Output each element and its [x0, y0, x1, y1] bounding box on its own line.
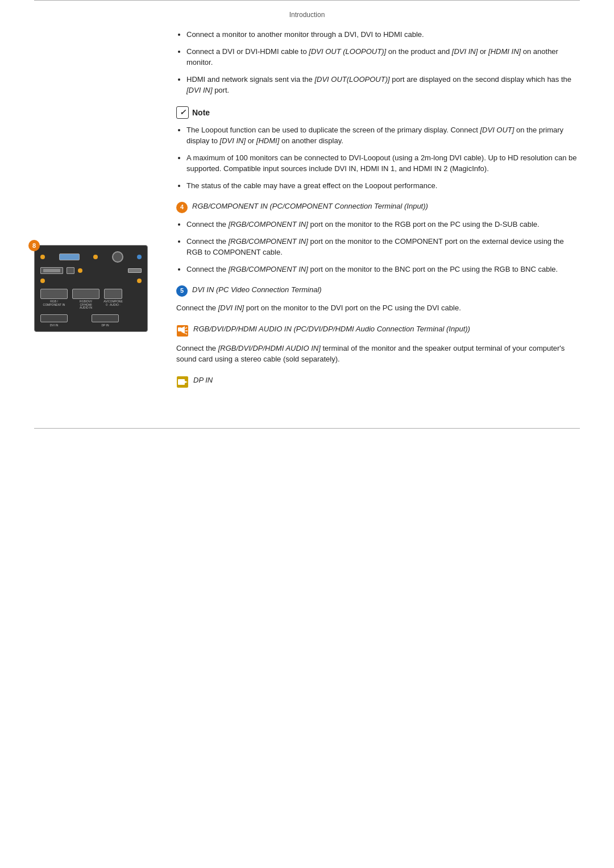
section4-heading-text: RGB/COMPONENT IN (PC/COMPONENT Connectio…	[192, 201, 428, 212]
audio-icon	[176, 325, 189, 337]
dvi-in-ref: [DVI IN]	[452, 47, 478, 56]
section-dp-heading-text: DP IN	[193, 375, 213, 386]
port-small-1	[40, 267, 63, 274]
hdmi-in-ref: [HDMI IN]	[488, 47, 521, 56]
list-item-2: Connect a DVI or DVI-HDMI cable to [DVI …	[186, 46, 580, 68]
section-dp-heading: DP IN	[176, 375, 580, 388]
dot-6	[137, 279, 142, 283]
rgb-dvi-audio-ref: [RGB/DVI/DP/HDMI AUDIO IN]	[218, 344, 321, 352]
badge-4: 4	[176, 202, 188, 213]
dot-4	[78, 268, 82, 273]
dot-1	[40, 255, 45, 259]
dvi-out-ref: [DVI OUT]	[480, 126, 514, 134]
list-item-3: HDMI and network signals sent via the [D…	[186, 74, 580, 96]
section5-heading: 5 DVI IN (PC Video Connection Terminal)	[176, 285, 580, 297]
section-audio-body: Connect the [RGB/DVI/DP/HDMI AUDIO IN] t…	[176, 343, 580, 365]
note-item-1: The Loopout function can be used to dupl…	[186, 124, 580, 147]
rgb-ref3: [RGB/COMPONENT IN]	[229, 265, 308, 273]
right-column: Connect a monitor to another monitor thr…	[165, 29, 580, 394]
dot-3	[137, 255, 142, 259]
svg-rect-1	[178, 327, 181, 331]
page: Introduction 8	[0, 0, 614, 868]
note-icon: ✓	[176, 106, 189, 119]
note-title: ✓ Note	[176, 106, 580, 119]
note-bullet-list: The Loopout function can be used to dupl…	[176, 124, 580, 192]
rgb-ref2: [RGB/COMPONENT IN]	[229, 237, 308, 246]
dot-2	[93, 255, 98, 259]
content-area: 8	[0, 29, 614, 417]
left-column: 8	[34, 29, 165, 394]
section4-bullet-list: Connect the [RGB/COMPONENT IN] port on t…	[176, 219, 580, 275]
port-round-1	[112, 251, 123, 263]
section4-heading: 4 RGB/COMPONENT IN (PC/COMPONENT Connect…	[176, 201, 580, 213]
dvi-in-port-label: DVI IN	[39, 314, 69, 327]
rgb-component-port-label: RGB /COMPONENT IN	[39, 289, 69, 306]
note-item-3: The status of the cable may have a great…	[186, 180, 580, 192]
port-small-3	[128, 268, 142, 273]
header-title: Introduction	[289, 11, 325, 19]
dvi-in-section5: [DVI IN]	[218, 304, 244, 312]
section5-body: Connect the [DVI IN] port on the monitor…	[176, 302, 580, 314]
port-dvi-connector	[59, 254, 80, 260]
badge-8: 8	[28, 240, 40, 251]
dvi-in-ref2: [DVI IN]	[186, 86, 213, 94]
port-small-2	[67, 267, 74, 274]
dp-icon	[176, 376, 189, 388]
section-audio-heading-text: RGB/DVI/DP/HDMI AUDIO IN (PC/DVI/DP/HDMI…	[193, 324, 470, 335]
hdmi-note-ref: [HDMI]	[256, 136, 279, 145]
av-component-port-label: AV/COMPONE0 · AUDIO ·	[103, 289, 123, 306]
section5-heading-text: DVI IN (PC Video Connection Terminal)	[192, 285, 322, 296]
bottom-rule	[34, 428, 580, 429]
badge-5: 5	[176, 285, 188, 297]
dot-5	[40, 279, 45, 283]
dp-in-port-label: DP IN	[90, 314, 120, 327]
page-header: Introduction	[0, 5, 614, 19]
dvi-in-note-ref: [DVI IN]	[220, 136, 246, 145]
list-item-1: Connect a monitor to another monitor thr…	[186, 29, 580, 40]
dvi-out-loopout-ref2: [DVI OUT(LOOPOUT)]	[314, 75, 389, 84]
svg-rect-7	[178, 379, 185, 385]
main-bullet-list: Connect a monitor to another monitor thr…	[176, 29, 580, 96]
section-audio-heading: RGB/DVI/DP/HDMI AUDIO IN (PC/DVI/DP/HDMI…	[176, 324, 580, 337]
top-rule	[34, 0, 580, 5]
section4-item-2: Connect the [RGB/COMPONENT IN] port on t…	[186, 236, 580, 258]
rgb-ref1: [RGB/COMPONENT IN]	[229, 220, 308, 229]
note-item-2: A maximum of 100 monitors can be connect…	[186, 152, 580, 175]
port-panel-diagram: RGB /COMPONENT IN RGB/DVI/CP/HDMIAUDIO I…	[34, 245, 148, 332]
section4-item-3: Connect the [RGB/COMPONENT IN] port on t…	[186, 264, 580, 275]
dvi-out-loopout-ref: [DVI OUT (LOOPOUT)]	[309, 47, 386, 56]
rgb-dvi-port-label: RGB/DVI/CP/HDMIAUDIO IN	[71, 289, 101, 310]
section4-item-1: Connect the [RGB/COMPONENT IN] port on t…	[186, 219, 580, 230]
note-box: ✓ Note The Loopout function can be used …	[176, 106, 580, 192]
